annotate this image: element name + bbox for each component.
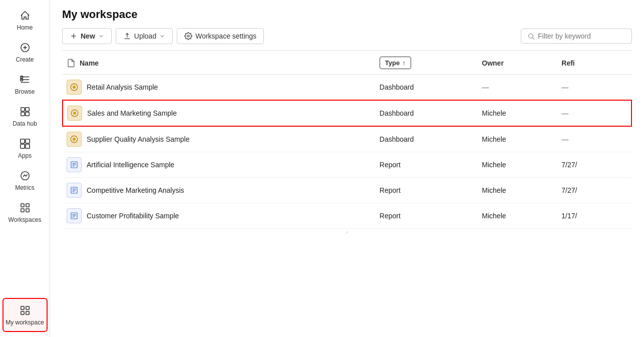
sidebar-item-apps[interactable]: Apps <box>3 132 48 164</box>
scroll-indicator: ^ <box>62 229 632 237</box>
cell-refresh: 7/27/ <box>557 178 631 203</box>
table-header-row: Name Type ↑ Owner Refi <box>63 51 631 75</box>
cell-name: Customer Profitability Sample <box>63 203 376 229</box>
svg-rect-6 <box>25 108 29 111</box>
table-row[interactable]: Sales and Marketing Sample Dashboard Mic… <box>63 100 631 126</box>
cell-owner: — <box>478 75 557 101</box>
cell-name: Retail Analysis Sample <box>63 75 376 101</box>
cell-owner: Michele <box>478 126 557 152</box>
svg-line-28 <box>532 38 534 39</box>
page-header: My workspace New Upload Workspace s <box>50 0 644 51</box>
col-header-type[interactable]: Type ↑ <box>376 51 478 75</box>
cell-type: Dashboard <box>376 75 478 101</box>
cell-type: Report <box>376 178 478 203</box>
cell-type: Report <box>376 203 478 229</box>
metrics-icon <box>19 169 32 182</box>
cell-refresh: 1/17/ <box>557 203 631 229</box>
filter-input[interactable] <box>538 32 625 40</box>
search-icon <box>527 33 535 40</box>
svg-rect-19 <box>26 306 29 309</box>
sidebar-item-create[interactable]: Create <box>3 36 48 68</box>
svg-rect-21 <box>26 311 29 314</box>
file-icon <box>67 59 76 68</box>
table-area: Name Type ↑ Owner Refi <box>50 51 644 337</box>
page-title: My workspace <box>62 8 632 21</box>
cell-name: Supplier Quality Analysis Sample <box>63 126 376 152</box>
sidebar-item-myworkspace[interactable]: My workspace <box>3 298 48 332</box>
filter-input-wrap[interactable] <box>521 29 632 44</box>
sidebar-item-metrics[interactable]: Metrics <box>3 164 48 196</box>
datahub-icon <box>19 105 32 118</box>
toolbar: New Upload Workspace settings <box>62 28 632 51</box>
cell-owner: Michele <box>478 203 557 229</box>
svg-rect-16 <box>21 209 24 212</box>
report-icon <box>67 183 82 198</box>
home-icon <box>19 9 32 22</box>
upload-button[interactable]: Upload <box>116 28 173 44</box>
cell-refresh: — <box>557 126 631 152</box>
new-button[interactable]: New <box>62 28 112 44</box>
create-icon <box>19 41 32 54</box>
svg-rect-9 <box>20 139 24 143</box>
type-sort-badge[interactable]: Type ↑ <box>380 57 411 69</box>
chevron-down-icon <box>98 33 104 39</box>
svg-point-27 <box>529 34 533 38</box>
svg-rect-8 <box>25 112 29 116</box>
cell-type: Dashboard <box>376 100 478 126</box>
report-icon <box>67 208 82 223</box>
workspace-settings-button[interactable]: Workspace settings <box>177 28 264 44</box>
table-row[interactable]: Artificial Intelligence Sample Report Mi… <box>63 152 631 178</box>
table-row[interactable]: Customer Profitability Sample Report Mic… <box>63 203 631 229</box>
upload-chevron-icon <box>159 33 165 39</box>
upload-icon <box>123 32 131 40</box>
table-row[interactable]: Supplier Quality Analysis Sample Dashboa… <box>63 126 631 152</box>
workspaces-icon <box>19 201 32 214</box>
svg-point-34 <box>73 138 76 141</box>
col-header-name: Name <box>63 51 376 75</box>
browse-icon <box>19 73 32 86</box>
svg-rect-10 <box>25 139 29 143</box>
cell-refresh: 7/27/ <box>557 152 631 178</box>
dashboard-icon <box>67 106 82 121</box>
svg-rect-5 <box>21 108 24 111</box>
table-row[interactable]: Retail Analysis Sample Dashboard — — <box>63 75 631 101</box>
cell-type: Dashboard <box>376 126 478 152</box>
dashboard-icon <box>67 132 82 147</box>
svg-rect-17 <box>26 209 29 212</box>
cell-owner: Michele <box>478 100 557 126</box>
cell-owner: Michele <box>478 152 557 178</box>
cell-type: Report <box>376 152 478 178</box>
sidebar-item-workspaces[interactable]: Workspaces <box>3 196 48 228</box>
cell-name: Sales and Marketing Sample <box>63 100 376 126</box>
table-body: Retail Analysis Sample Dashboard — — Sal… <box>63 75 631 229</box>
apps-icon <box>19 137 32 150</box>
col-header-refresh: Refi <box>557 51 631 75</box>
sidebar: Home Create Browse Data hub Apps Metrics <box>0 0 50 337</box>
col-header-owner: Owner <box>478 51 557 75</box>
sidebar-item-home[interactable]: Home <box>3 4 48 36</box>
report-icon <box>67 157 82 172</box>
cell-name: Artificial Intelligence Sample <box>63 152 376 178</box>
svg-rect-11 <box>20 144 24 148</box>
main-content: My workspace New Upload Workspace s <box>50 0 644 337</box>
svg-rect-14 <box>21 204 24 207</box>
svg-rect-12 <box>25 144 29 148</box>
svg-point-30 <box>73 86 76 89</box>
sidebar-item-datahub[interactable]: Data hub <box>3 100 48 132</box>
svg-point-32 <box>73 112 76 115</box>
cell-refresh: — <box>557 100 631 126</box>
plus-icon <box>70 32 78 40</box>
cell-refresh: — <box>557 75 631 101</box>
dashboard-icon <box>67 80 82 95</box>
cell-name: Competitive Marketing Analysis <box>63 178 376 203</box>
myworkspace-icon <box>19 304 32 317</box>
svg-rect-7 <box>21 112 24 116</box>
table-row[interactable]: Competitive Marketing Analysis Report Mi… <box>63 178 631 203</box>
sidebar-item-browse[interactable]: Browse <box>3 68 48 100</box>
gear-icon <box>184 32 192 40</box>
workspace-table: Name Type ↑ Owner Refi <box>62 51 632 229</box>
svg-point-26 <box>187 35 189 37</box>
svg-rect-20 <box>21 311 24 314</box>
svg-rect-18 <box>21 306 24 309</box>
svg-rect-15 <box>26 204 29 207</box>
